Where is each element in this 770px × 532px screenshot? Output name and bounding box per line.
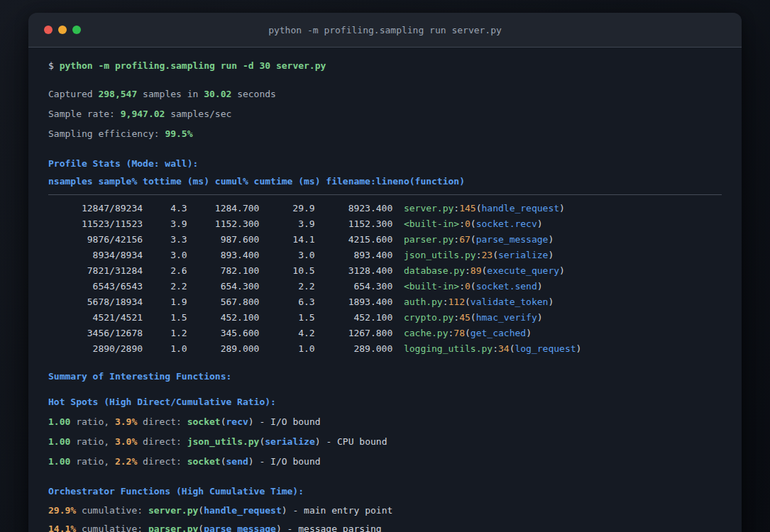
text-token: 0 bbox=[465, 281, 471, 292]
text-token: ) bbox=[537, 281, 543, 292]
profile-row-3: 9876/42156 3.3 987.600 14.1 4215.600 par… bbox=[48, 232, 722, 248]
text-token: serialize bbox=[498, 250, 548, 260]
text-token: ( bbox=[471, 281, 476, 292]
text-token: ratio, bbox=[70, 456, 115, 467]
text-token: database.py bbox=[404, 265, 465, 276]
text-token: 14.1% bbox=[48, 523, 76, 532]
text-token: 5678/18934 1.9 567.800 6.3 1893.400 bbox=[48, 297, 404, 307]
profile-row-7: 5678/18934 1.9 567.800 6.3 1893.400 auth… bbox=[48, 294, 722, 310]
minimize-button[interactable] bbox=[58, 26, 67, 34]
text-token: 4521/4521 1.5 452.100 1.5 452.100 bbox=[48, 312, 404, 323]
text-token: socket bbox=[187, 416, 221, 427]
text-token: Profile Stats (Mode: wall): bbox=[48, 158, 198, 169]
text-token: auth.py bbox=[404, 297, 443, 307]
spacer bbox=[48, 144, 722, 154]
text-token: ( bbox=[198, 523, 204, 532]
text-token: hmac_verify bbox=[476, 312, 537, 323]
text-token: - message parsing bbox=[282, 523, 382, 532]
close-button[interactable] bbox=[44, 26, 53, 34]
hot-spot-line-3: 1.00 ratio, 2.2% direct: socket(send) - … bbox=[48, 452, 722, 472]
text-token: 2890/2890 1.0 289.000 1.0 289.000 bbox=[48, 343, 404, 354]
text-token: ( bbox=[471, 218, 476, 229]
text-token: samples in bbox=[137, 89, 204, 99]
text-token: 7821/31284 2.6 782.100 10.5 3128.400 bbox=[48, 265, 404, 276]
hot-spots-heading: Hot Spots (High Direct/Cumulative Ratio)… bbox=[48, 392, 722, 412]
text-token: ) bbox=[537, 218, 543, 229]
text-token: parse_message bbox=[204, 523, 276, 532]
text-token: 30.02 bbox=[204, 89, 231, 99]
text-token: get_cached bbox=[471, 328, 526, 338]
text-token: 89 bbox=[471, 265, 482, 276]
text-token: 6543/6543 2.2 654.300 2.2 654.300 bbox=[48, 281, 404, 292]
text-token: socket bbox=[187, 456, 221, 467]
profile-row-2: 11523/11523 3.9 1152.300 3.9 1152.300 <b… bbox=[48, 216, 722, 232]
text-token: 29.9% bbox=[48, 505, 76, 516]
spacer bbox=[48, 472, 722, 482]
text-token: seconds bbox=[231, 89, 276, 99]
text-token: 3.0% bbox=[115, 436, 137, 447]
text-token: ) bbox=[537, 312, 543, 323]
text-token: 298,547 bbox=[98, 89, 137, 99]
text-token: validate_token bbox=[471, 297, 549, 307]
orchestrator-line-2: 14.1% cumulative: parser.py(parse_messag… bbox=[48, 520, 722, 532]
profile-row-8: 4521/4521 1.5 452.100 1.5 452.100 crypto… bbox=[48, 310, 722, 326]
terminal-content[interactable]: $ python -m profiling.sampling run -d 30… bbox=[28, 48, 742, 532]
text-token: ) bbox=[559, 203, 565, 214]
text-token: : bbox=[443, 297, 449, 307]
window-titlebar[interactable]: python -m profiling.sampling run server.… bbox=[28, 13, 742, 48]
text-token: parser.py bbox=[148, 523, 198, 532]
text-token: ) bbox=[548, 297, 554, 307]
text-token: 99.5% bbox=[165, 128, 192, 139]
text-token: server.py bbox=[404, 203, 453, 214]
zoom-button[interactable] bbox=[72, 26, 81, 34]
text-token: 112 bbox=[449, 297, 465, 307]
text-token: 9876/42156 3.3 987.600 14.1 4215.600 bbox=[48, 234, 404, 245]
text-token: ( bbox=[471, 234, 476, 245]
text-token: 1.00 bbox=[48, 416, 70, 427]
text-token: cache.py bbox=[404, 328, 449, 338]
stat-efficiency: Sampling efficiency: 99.5% bbox=[48, 124, 722, 144]
terminal-window: python -m profiling.sampling run server.… bbox=[28, 13, 742, 532]
text-token: ratio, bbox=[70, 436, 115, 447]
text-token: : bbox=[459, 218, 465, 229]
text-token: - main entry point bbox=[287, 505, 393, 516]
window-title: python -m profiling.sampling run server.… bbox=[28, 25, 742, 35]
spacer bbox=[48, 357, 722, 367]
text-token: 8934/8934 3.0 893.400 3.0 893.400 bbox=[48, 250, 404, 260]
text-token: 9,947.02 bbox=[121, 109, 165, 119]
profile-row-6: 6543/6543 2.2 654.300 2.2 654.300 <built… bbox=[48, 279, 722, 294]
text-token: ) bbox=[559, 265, 565, 276]
text-token: handle_request bbox=[204, 505, 282, 516]
text-token: ( bbox=[476, 203, 482, 214]
text-token: Orchestrator Functions (High Cumulative … bbox=[48, 486, 304, 497]
text-token: ( bbox=[221, 416, 226, 427]
text-token: cumulative: bbox=[76, 523, 148, 532]
profile-row-5: 7821/31284 2.6 782.100 10.5 3128.400 dat… bbox=[48, 263, 722, 279]
text-token: : bbox=[453, 203, 459, 214]
text-token: Sample rate: bbox=[48, 109, 121, 119]
orchestrator-heading: Orchestrator Functions (High Cumulative … bbox=[48, 482, 722, 501]
text-token: ) bbox=[548, 250, 554, 260]
text-token: socket.recv bbox=[476, 218, 537, 229]
text-token: : bbox=[465, 265, 471, 276]
orchestrator-line-1: 29.9% cumulative: server.py(handle_reque… bbox=[48, 501, 722, 520]
text-token: 45 bbox=[459, 312, 471, 323]
text-token: ratio, bbox=[70, 416, 115, 427]
traffic-lights bbox=[44, 26, 81, 34]
text-token: : bbox=[453, 312, 459, 323]
text-token: - CPU bound bbox=[321, 436, 387, 447]
text-token: log_request bbox=[515, 343, 576, 354]
text-token: ) bbox=[248, 456, 254, 467]
text-token: 23 bbox=[481, 250, 493, 260]
text-token: 34 bbox=[498, 343, 510, 354]
text-token: 145 bbox=[459, 203, 475, 214]
text-token: direct: bbox=[137, 456, 187, 467]
text-token: 0 bbox=[465, 218, 471, 229]
text-token: logging_utils.py bbox=[404, 343, 493, 354]
text-token: : bbox=[459, 281, 465, 292]
text-token: json_utils.py bbox=[404, 250, 476, 260]
text-token: server.py bbox=[148, 505, 198, 516]
command-line: $ python -m profiling.sampling run -d 30… bbox=[48, 57, 722, 74]
text-token: Summary of Interesting Functions: bbox=[48, 371, 231, 382]
text-token: 67 bbox=[459, 234, 471, 245]
